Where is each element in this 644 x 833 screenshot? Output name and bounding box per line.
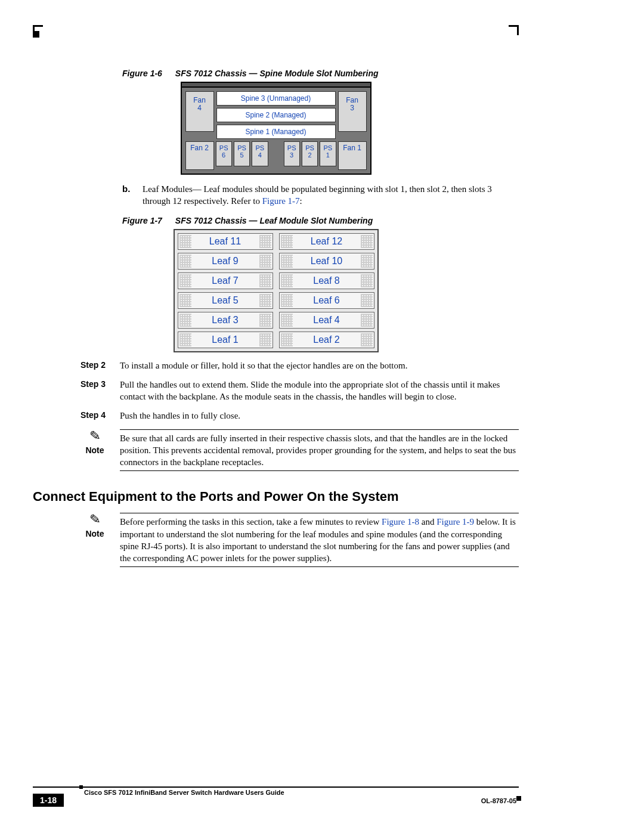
fan-3-label: Fan 3 [338, 91, 367, 132]
step-3-row: Step 3 Pull the handles out to extend th… [80, 379, 519, 403]
pencil-icon: ✎ [89, 429, 101, 442]
page: Figure 1-6 SFS 7012 Chassis — Spine Modu… [0, 0, 644, 833]
ps-row: Fan 2 PS 6 PS 5 PS 4 PS 3 PS 2 PS 1 Fan … [185, 141, 367, 170]
figure-1-7-link[interactable]: Figure 1-7 [262, 196, 300, 206]
note-2-label: Note [85, 528, 104, 540]
leaf-chassis-diagram: Leaf 11Leaf 12 Leaf 9Leaf 10 Leaf 7Leaf … [174, 229, 379, 352]
footer-title: Cisco SFS 7012 InfiniBand Server Switch … [84, 789, 284, 796]
figure-1-7-title: SFS 7012 Chassis — Leaf Module Slot Numb… [175, 216, 373, 225]
page-footer: Cisco SFS 7012 InfiniBand Server Switch … [33, 786, 519, 809]
note-2-mid: and [419, 517, 436, 527]
leaf-2-label: Leaf 2 [279, 332, 374, 348]
list-b-key: b. [122, 183, 134, 208]
footer-square-left [79, 785, 83, 789]
list-b-text-before: Leaf Modules— Leaf modules should be pop… [143, 184, 492, 206]
ps-5-label: PS 5 [234, 141, 250, 166]
note-2-before: Before performing the tasks in this sect… [120, 517, 382, 527]
footer-doc-number: OL-8787-05 [481, 797, 516, 804]
fan-1-label: Fan 1 [338, 141, 367, 170]
figure-1-8-link[interactable]: Figure 1-8 [382, 517, 419, 527]
step-3-text: Pull the handles out to extend them. Sli… [120, 379, 519, 403]
pencil-icon: ✎ [89, 513, 101, 527]
content-column: Figure 1-6 SFS 7012 Chassis — Spine Modu… [33, 69, 519, 579]
spine-2-label: Spine 2 (Managed) [216, 108, 336, 122]
leaf-3-label: Leaf 3 [178, 312, 273, 329]
list-item-b: b. Leaf Modules— Leaf modules should be … [122, 183, 519, 208]
note-2-block: ✎ Note Before performing the tasks in th… [80, 513, 519, 567]
leaf-1-label: Leaf 1 [178, 332, 273, 348]
note-1-text: Be sure that all cards are fully inserte… [120, 429, 519, 472]
ps-6-label: PS 6 [216, 141, 232, 166]
step-4-label: Step 4 [80, 410, 109, 422]
list-b-body: Leaf Modules— Leaf modules should be pop… [143, 183, 519, 208]
figure-1-7-caption: Figure 1-7 SFS 7012 Chassis — Leaf Modul… [122, 216, 519, 225]
step-2-text: To install a module or filler, hold it s… [120, 360, 407, 371]
list-b-text-after: : [300, 196, 302, 206]
corner-square [33, 31, 39, 38]
ps-3-label: PS 3 [284, 141, 300, 166]
footer-page-number: 1-18 [33, 794, 64, 807]
leaf-11-label: Leaf 11 [178, 233, 273, 250]
leaf-10-label: Leaf 10 [279, 253, 374, 270]
figure-1-6-title: SFS 7012 Chassis — Spine Module Slot Num… [175, 69, 379, 78]
figure-1-6-number: Figure 1-6 [122, 69, 162, 78]
crop-mark-tr [509, 25, 519, 35]
figure-1-6-caption: Figure 1-6 SFS 7012 Chassis — Spine Modu… [122, 69, 519, 78]
ps-2-label: PS 2 [302, 141, 318, 166]
note-2-body: Before performing the tasks in this sect… [120, 513, 519, 567]
step-4-text: Push the handles in to fully close. [120, 410, 240, 422]
note-1-block: ✎ Note Be sure that all cards are fully … [80, 429, 519, 472]
footer-square-right [516, 796, 521, 801]
leaf-4-label: Leaf 4 [279, 312, 374, 329]
step-2-row: Step 2 To install a module or filler, ho… [80, 360, 519, 371]
step-4-row: Step 4 Push the handles in to fully clos… [80, 410, 519, 422]
spine-chassis-diagram: Fan 4 Spine 3 (Unmanaged) Spine 2 (Manag… [181, 82, 371, 175]
note-1-label: Note [85, 445, 104, 456]
section-heading: Connect Equipment to the Ports and Power… [33, 489, 519, 504]
spine-1-label: Spine 1 (Managed) [216, 125, 336, 139]
leaf-12-label: Leaf 12 [279, 233, 374, 250]
leaf-8-label: Leaf 8 [279, 272, 374, 289]
step-2-label: Step 2 [80, 360, 109, 371]
ps-4-label: PS 4 [252, 141, 268, 166]
leaf-7-label: Leaf 7 [178, 272, 273, 289]
leaf-5-label: Leaf 5 [178, 292, 273, 309]
spine-stack: Spine 3 (Unmanaged) Spine 2 (Managed) Sp… [216, 91, 336, 139]
leaf-6-label: Leaf 6 [279, 292, 374, 309]
leaf-9-label: Leaf 9 [178, 253, 273, 270]
fan-4-label: Fan 4 [185, 91, 214, 132]
spine-3-label: Spine 3 (Unmanaged) [216, 91, 336, 106]
step-3-label: Step 3 [80, 379, 109, 403]
fan-2-label: Fan 2 [185, 141, 214, 170]
figure-1-9-link[interactable]: Figure 1-9 [436, 517, 474, 527]
ps-1-label: PS 1 [320, 141, 336, 166]
figure-1-7-number: Figure 1-7 [122, 216, 162, 225]
